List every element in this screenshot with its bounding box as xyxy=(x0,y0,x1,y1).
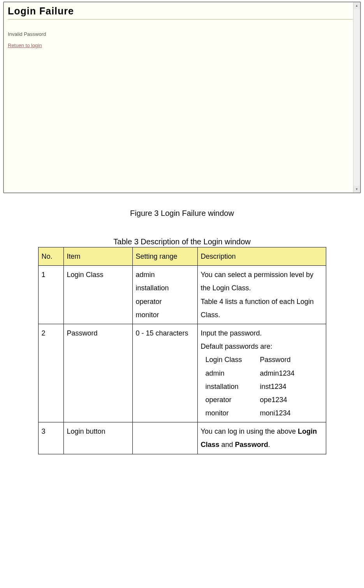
cell-desc: You can select a permission level by the… xyxy=(197,266,326,324)
return-to-login-link[interactable]: Retuen to login xyxy=(8,42,42,48)
table-row: 2 Password 0 - 15 characters Input the p… xyxy=(38,324,326,422)
scrollbar[interactable]: ▴ ▾ xyxy=(353,2,360,192)
header-range: Setting range xyxy=(132,247,197,266)
table-row: 3 Login button You can log in using the … xyxy=(38,422,326,454)
cell-desc: You can log in using the above Login Cla… xyxy=(197,422,326,454)
cell-range: 0 - 15 characters xyxy=(132,324,197,422)
description-table: No. Item Setting range Description 1 Log… xyxy=(38,247,326,454)
cell-item: Login Class xyxy=(63,266,132,324)
cell-no: 3 xyxy=(38,422,63,454)
cell-desc: Input the password.Default passwords are… xyxy=(197,324,326,422)
cell-no: 2 xyxy=(38,324,63,422)
header-desc: Description xyxy=(197,247,326,266)
table-caption: Table 3 Description of the Login window xyxy=(0,237,364,246)
scroll-up-icon[interactable]: ▴ xyxy=(353,2,360,9)
login-failure-window: Login Failure Invalid Password Retuen to… xyxy=(3,2,361,193)
header-no: No. xyxy=(38,247,63,266)
cell-range: admininstallationoperatormonitor xyxy=(132,266,197,324)
login-failure-title: Login Failure xyxy=(8,5,356,17)
cell-no: 1 xyxy=(38,266,63,324)
cell-item: Password xyxy=(63,324,132,422)
cell-range xyxy=(132,422,197,454)
table-header-row: No. Item Setting range Description xyxy=(38,247,326,266)
header-item: Item xyxy=(63,247,132,266)
window-content: Login Failure Invalid Password Retuen to… xyxy=(4,2,360,192)
cell-item: Login button xyxy=(63,422,132,454)
table-row: 1 Login Class admininstallationoperatorm… xyxy=(38,266,326,324)
figure-caption: Figure 3 Login Failure window xyxy=(0,209,364,218)
invalid-password-text: Invalid Password xyxy=(8,31,356,37)
divider xyxy=(8,19,356,19)
scroll-down-icon[interactable]: ▾ xyxy=(353,186,360,192)
